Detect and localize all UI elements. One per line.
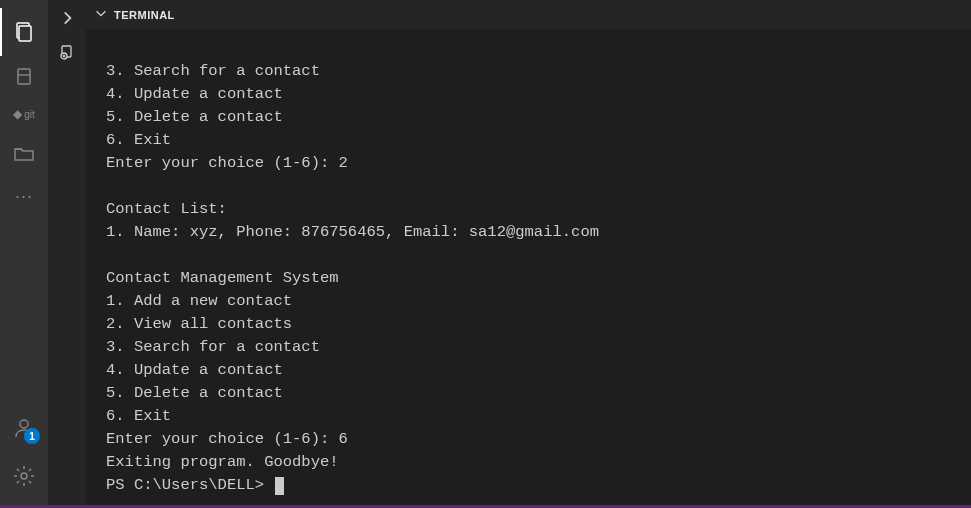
terminal-line: Exiting program. Goodbye! — [106, 451, 971, 474]
accounts-badge: 1 — [24, 428, 40, 444]
run-settings-icon[interactable] — [55, 40, 79, 64]
prompt-text: PS C:\Users\DELL> — [106, 474, 273, 497]
svg-rect-2 — [18, 69, 30, 84]
terminal-line — [106, 175, 971, 198]
terminal-line: 6. Exit — [106, 129, 971, 152]
main-panel: TERMINAL 3. Search for a contact4. Updat… — [86, 0, 971, 508]
terminal-line: 4. Update a contact — [106, 83, 971, 106]
explorer-icon[interactable] — [0, 8, 48, 56]
activity-bar: ◆git ··· 1 — [0, 0, 48, 508]
terminal-line: Contact List: — [106, 198, 971, 221]
panel-header: TERMINAL — [86, 0, 971, 30]
terminal-line — [106, 244, 971, 267]
terminal-line: 1. Add a new contact — [106, 290, 971, 313]
search-icon[interactable] — [0, 56, 48, 96]
chevron-right-icon[interactable] — [55, 6, 79, 30]
svg-rect-1 — [19, 26, 31, 41]
svg-point-4 — [20, 420, 28, 428]
chevron-down-icon[interactable] — [94, 6, 108, 23]
cursor — [275, 477, 284, 495]
terminal-line: 5. Delete a contact — [106, 382, 971, 405]
terminal-line: 2. View all contacts — [106, 313, 971, 336]
terminal-line: Enter your choice (1-6): 6 — [106, 428, 971, 451]
accounts-icon[interactable]: 1 — [0, 404, 48, 452]
terminal-line: 6. Exit — [106, 405, 971, 428]
settings-gear-icon[interactable] — [0, 452, 48, 500]
terminal-line: Enter your choice (1-6): 2 — [106, 152, 971, 175]
more-icon[interactable]: ··· — [0, 176, 48, 216]
source-control-icon[interactable]: ◆git — [0, 96, 48, 132]
panel-title: TERMINAL — [114, 9, 175, 21]
terminal-prompt[interactable]: PS C:\Users\DELL> — [106, 474, 971, 497]
terminal-line: 3. Search for a contact — [106, 336, 971, 359]
git-label: git — [24, 109, 35, 120]
terminal-line: 1. Name: xyz, Phone: 876756465, Email: s… — [106, 221, 971, 244]
terminal-line: 3. Search for a contact — [106, 60, 971, 83]
svg-point-5 — [21, 473, 27, 479]
terminal-line: 5. Delete a contact — [106, 106, 971, 129]
folder-icon[interactable] — [0, 132, 48, 176]
terminal-line: 4. Update a contact — [106, 359, 971, 382]
terminal-output[interactable]: 3. Search for a contact4. Update a conta… — [86, 30, 971, 508]
terminal-line: Contact Management System — [106, 267, 971, 290]
editor-actions — [48, 0, 86, 508]
